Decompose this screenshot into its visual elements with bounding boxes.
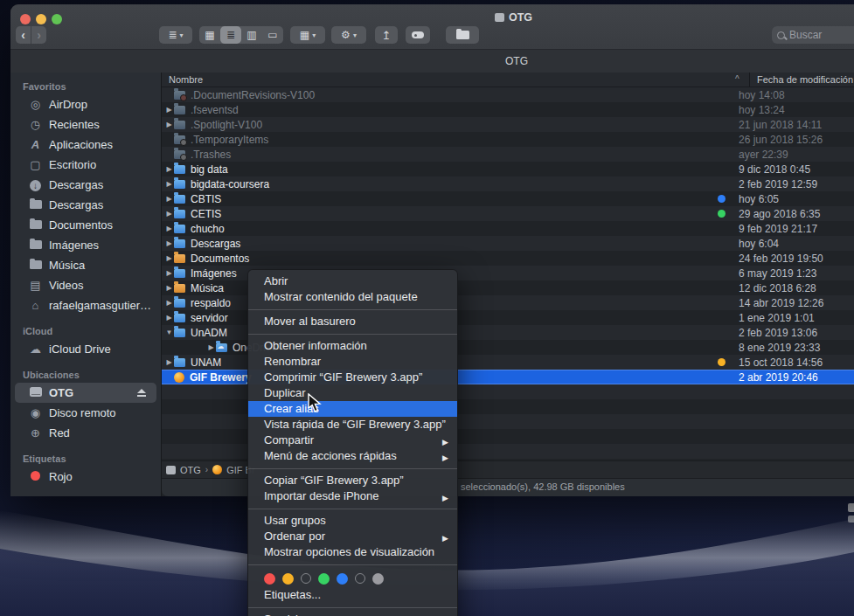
disclosure-triangle-icon[interactable]: ▶ — [164, 225, 174, 232]
column-view-button[interactable]: ▥ — [241, 26, 262, 44]
menu-item-label: Comprimir “GIF Brewery 3.app” — [264, 370, 422, 384]
sidebar-item-red[interactable]: ⊕Red — [10, 423, 161, 443]
actions-button[interactable]: ⚙▾ — [331, 26, 366, 44]
sidebar-item-escritorio[interactable]: ▢Escritorio — [10, 155, 161, 175]
file-row[interactable]: .TemporaryItems26 jun 2018 15:26 — [162, 132, 854, 147]
disclosure-triangle-icon[interactable]: ▶ — [164, 254, 174, 262]
eject-icon[interactable] — [137, 389, 146, 397]
disclosure-triangle-icon[interactable]: ▶ — [164, 314, 174, 322]
sidebar-item-rojo[interactable]: Rojo — [10, 467, 161, 487]
column-divider[interactable] — [749, 73, 750, 87]
tag-outline-dot[interactable] — [301, 573, 311, 584]
list-view-button[interactable]: ≣ — [220, 26, 241, 44]
menu-item-vista-r-pida-de-gif-brewery-3-app[interactable]: Vista rápida de “GIF Brewery 3.app” — [248, 417, 457, 433]
column-header-date[interactable]: Fecha de modificación — [757, 74, 853, 85]
minimize-window-button[interactable] — [36, 14, 46, 24]
menu-item-mostrar-opciones-de-visualizaci-n[interactable]: Mostrar opciones de visualización — [248, 544, 457, 560]
menu-item-duplicar[interactable]: Duplicar — [248, 385, 457, 401]
grouping-button[interactable]: ≣▾ — [159, 26, 192, 44]
file-row[interactable]: ▶bigdata-coursera2 feb 2019 12:59 — [162, 176, 854, 191]
disclosure-triangle-icon[interactable]: ▶ — [164, 284, 174, 292]
forward-button[interactable]: › — [31, 26, 46, 44]
disclosure-triangle-icon[interactable]: ▶ — [164, 195, 174, 203]
file-row[interactable]: .DocumentRevisions-V100hoy 14:08 — [162, 87, 854, 102]
disclosure-triangle-icon[interactable]: ▶ — [164, 358, 174, 366]
menu-item-ordenar-por[interactable]: Ordenar por▶ — [248, 529, 457, 544]
tag-blue-dot[interactable] — [337, 573, 348, 585]
sidebar-item-m-sica[interactable]: Música — [10, 255, 161, 275]
menu-item-importar-desde-iphone[interactable]: Importar desde iPhone▶ — [248, 488, 457, 504]
titlebar[interactable]: OTG ‹›≣▾▦▾⚙▾↥ ▦≣▥▭ Buscar — [10, 4, 854, 50]
sidebar-item-rafaelgamasgutier-[interactable]: ⌂rafaelgamasgutier… — [10, 295, 161, 315]
disclosure-triangle-icon[interactable]: ▼ — [164, 329, 174, 336]
menu-item-comprimir-gif-brewery-3-app[interactable]: Comprimir “GIF Brewery 3.app” — [248, 370, 457, 385]
sidebar-item-icloud-drive[interactable]: ☁iCloud Drive — [10, 339, 161, 359]
new-folder-button[interactable] — [446, 26, 479, 44]
disclosure-triangle-icon[interactable]: ▶ — [164, 269, 174, 277]
search-input[interactable]: Buscar — [772, 26, 854, 44]
disclosure-triangle-icon[interactable]: ▶ — [164, 180, 174, 188]
tags-button[interactable] — [406, 26, 430, 44]
menu-item-mostrar-contenido-del-paquete[interactable]: Mostrar contenido del paquete — [248, 289, 457, 305]
column-header-name[interactable]: Nombre — [169, 74, 203, 85]
menu-item-etiquetas[interactable]: Etiquetas... — [248, 587, 457, 603]
icon-view-button[interactable]: ▦ — [199, 26, 220, 44]
file-row[interactable]: ▶CBTIShoy 6:05 — [162, 191, 854, 206]
group-by-button[interactable]: ▦▾ — [290, 26, 325, 44]
menu-item-compartir[interactable]: Compartir▶ — [248, 433, 457, 448]
menu-item-crear-alias[interactable]: Crear alias — [248, 401, 457, 417]
tag-orange-dot[interactable] — [282, 573, 294, 585]
back-button[interactable]: ‹ — [16, 26, 31, 44]
menu-item-servicios[interactable]: Servicios▶ — [248, 612, 457, 616]
file-name: Descargas — [191, 238, 240, 250]
disclosure-triangle-icon[interactable]: ▶ — [164, 299, 174, 307]
submenu-arrow-icon: ▶ — [442, 531, 448, 545]
menu-item-obtener-informaci-n[interactable]: Obtener información — [248, 338, 457, 354]
folder-icon — [28, 260, 43, 271]
disclosure-triangle-icon[interactable]: ▶ — [164, 239, 174, 247]
sidebar-item-otg[interactable]: OTG — [15, 383, 156, 403]
sidebar-item-descargas[interactable]: ↓Descargas — [10, 175, 161, 195]
gallery-view-button[interactable]: ▭ — [262, 26, 283, 44]
sidebar-item-label: Red — [49, 426, 70, 440]
tag-gray-dot[interactable] — [372, 573, 384, 585]
menu-item-copiar-gif-brewery-3-app[interactable]: Copiar “GIF Brewery 3.app” — [248, 473, 457, 488]
disclosure-triangle-icon[interactable]: ▶ — [164, 210, 174, 218]
disclosure-triangle-icon[interactable]: ▶ — [206, 343, 216, 351]
file-row[interactable]: .Trashesayer 22:39 — [162, 147, 854, 162]
disclosure-triangle-icon[interactable]: ▶ — [164, 165, 174, 173]
disclosure-triangle-icon[interactable]: ▶ — [164, 106, 174, 114]
file-row[interactable]: ▶Descargashoy 6:04 — [162, 236, 854, 251]
sidebar-item-recientes[interactable]: ◷Recientes — [10, 114, 161, 135]
zoom-window-button[interactable] — [52, 14, 62, 24]
sidebar-item-descargas[interactable]: Descargas — [10, 195, 161, 215]
menu-item-abrir[interactable]: Abrir — [248, 273, 457, 289]
menu-item-mover-al-basurero[interactable]: Mover al basurero — [248, 314, 457, 329]
share-button[interactable]: ↥ — [375, 26, 398, 44]
menu-item-renombrar[interactable]: Renombrar — [248, 354, 457, 370]
tag-green-dot[interactable] — [318, 573, 330, 585]
sidebar-item-airdrop[interactable]: ◎AirDrop — [10, 94, 161, 114]
file-row[interactable]: ▶chucho9 feb 2019 21:17 — [162, 221, 854, 236]
view-mode-segmented-control[interactable]: ▦≣▥▭ — [199, 26, 283, 44]
menu-item-men-de-acciones-r-pidas[interactable]: Menú de acciones rápidas▶ — [248, 448, 457, 464]
sidebar-item-aplicaciones[interactable]: AAplicaciones — [10, 135, 161, 155]
file-row[interactable]: ▶big data9 dic 2018 0:45 — [162, 162, 854, 176]
file-row[interactable]: ▶Documentos24 feb 2019 19:50 — [162, 251, 854, 266]
tag-outline-dot[interactable] — [355, 573, 365, 584]
menu-item-usar-grupos[interactable]: Usar grupos — [248, 513, 457, 529]
tab-otg[interactable]: OTG — [505, 55, 528, 67]
sidebar-item-documentos[interactable]: Documentos — [10, 215, 161, 235]
sidebar-item-im-genes[interactable]: Imágenes — [10, 235, 161, 255]
file-row[interactable]: ▶CETIS29 ago 2018 6:35 — [162, 206, 854, 221]
file-row[interactable]: ▶.Spotlight-V10021 jun 2018 14:11 — [162, 117, 854, 132]
path-item[interactable]: OTG — [180, 465, 201, 475]
sidebar-item-videos[interactable]: ▤Videos — [10, 275, 161, 295]
file-row[interactable]: ▶.fseventsdhoy 13:24 — [162, 102, 854, 117]
close-window-button[interactable] — [20, 14, 31, 24]
disclosure-triangle-icon[interactable]: ▶ — [164, 121, 174, 128]
sidebar-item-disco-remoto[interactable]: ◉Disco remoto — [10, 403, 161, 423]
tag-red-dot[interactable] — [264, 573, 275, 585]
file-date: 1 ene 2019 1:01 — [739, 312, 815, 324]
tab-bar[interactable]: OTG — [10, 50, 854, 73]
